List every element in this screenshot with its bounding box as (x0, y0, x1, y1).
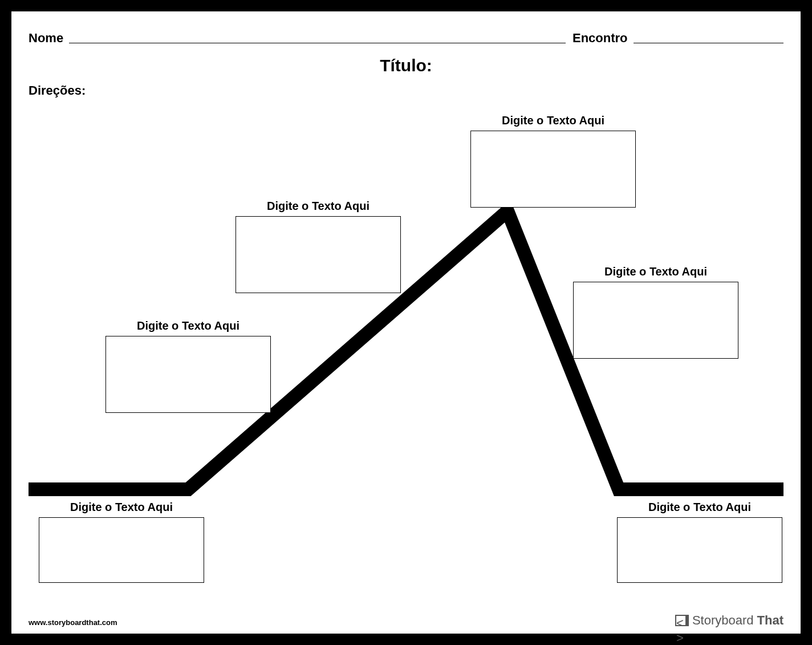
name-input-line[interactable] (69, 43, 566, 43)
directions-label: Direções: (29, 83, 86, 98)
node-exposition-box[interactable] (39, 517, 204, 583)
page-title: Título: (11, 56, 801, 75)
node-rising1: Digite o Texto Aqui (105, 319, 271, 413)
header-row: Nome Encontro (29, 31, 783, 46)
node-climax: Digite o Texto Aqui (470, 114, 636, 208)
node-falling: Digite o Texto Aqui (573, 265, 738, 359)
node-exposition-label: Digite o Texto Aqui (39, 501, 204, 514)
node-rising2: Digite o Texto Aqui (236, 200, 401, 293)
node-resolution: Digite o Texto Aqui (617, 501, 782, 583)
date-field: Encontro (573, 31, 783, 46)
node-falling-label: Digite o Texto Aqui (573, 265, 738, 278)
node-rising2-label: Digite o Texto Aqui (236, 200, 401, 213)
node-exposition: Digite o Texto Aqui (39, 501, 204, 583)
node-rising2-box[interactable] (236, 216, 401, 293)
brand-text-a: Storyboard (692, 613, 754, 628)
worksheet-page: Nome Encontro Título: Direções: Digite o… (11, 11, 801, 634)
date-label: Encontro (573, 31, 628, 46)
name-label: Nome (29, 31, 63, 46)
node-rising1-label: Digite o Texto Aqui (105, 319, 271, 332)
date-input-line[interactable] (634, 43, 783, 43)
node-climax-label: Digite o Texto Aqui (470, 114, 636, 127)
node-resolution-label: Digite o Texto Aqui (617, 501, 782, 514)
brand-text-b: That (757, 613, 783, 628)
node-rising1-box[interactable] (105, 336, 271, 413)
node-resolution-box[interactable] (617, 517, 782, 583)
footer-brand: < > StoryboardThat (675, 613, 783, 628)
name-field: Nome (29, 31, 566, 46)
footer-url: www.storyboardthat.com (29, 618, 117, 627)
node-falling-box[interactable] (573, 282, 738, 359)
storyboard-icon: < > (675, 615, 689, 626)
node-climax-box[interactable] (470, 131, 636, 208)
